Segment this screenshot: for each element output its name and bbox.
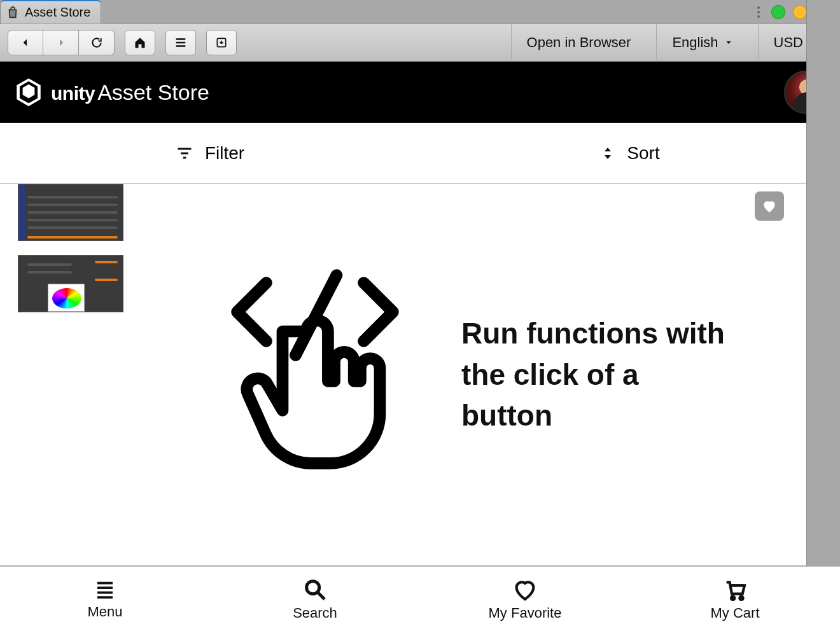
- window-minimize-button[interactable]: [771, 5, 785, 19]
- toolbar: Open in Browser English USD: [0, 24, 840, 62]
- download-box-icon: [215, 36, 228, 49]
- brand-unity-text: unity: [51, 83, 95, 104]
- hamburger-icon: [174, 36, 188, 50]
- preview-headline: Run functions with the click of a button: [461, 313, 729, 436]
- filter-label: Filter: [205, 143, 244, 163]
- tab-title: Asset Store: [25, 5, 90, 20]
- nav-favorite[interactable]: My Favorite: [420, 567, 630, 631]
- open-in-browser-label: Open in Browser: [527, 34, 631, 51]
- nav-forward-button[interactable]: [43, 30, 79, 55]
- svg-point-1: [307, 581, 319, 593]
- preview-area: Run functions with the click of a button: [127, 184, 840, 565]
- nav-search-label: Search: [293, 605, 337, 621]
- language-label: English: [672, 34, 718, 51]
- filter-button[interactable]: Filter: [0, 143, 420, 163]
- cart-icon: [722, 577, 748, 602]
- nav-back-button[interactable]: [8, 30, 43, 55]
- home-button[interactable]: [125, 30, 155, 55]
- window-maximize-button[interactable]: [793, 5, 807, 19]
- heart-outline-icon: [512, 577, 538, 602]
- arrow-right-icon: [56, 38, 66, 48]
- nav-favorite-label: My Favorite: [489, 605, 562, 621]
- nav-search[interactable]: Search: [210, 567, 420, 631]
- favorite-toggle[interactable]: [755, 191, 784, 221]
- thumbnail-strip: [0, 184, 127, 565]
- thumbnail-2[interactable]: [18, 255, 123, 312]
- titlebar: Asset Store: [0, 0, 840, 24]
- control-bar: Filter Sort: [0, 123, 840, 184]
- shopping-bag-icon: [6, 6, 20, 20]
- hamburger-button[interactable]: [165, 30, 196, 55]
- nav-menu-label: Menu: [87, 604, 122, 620]
- kebab-icon[interactable]: [757, 6, 760, 18]
- tab-asset-store[interactable]: Asset Store: [0, 0, 101, 24]
- sort-icon: [600, 144, 615, 162]
- download-button[interactable]: [206, 30, 237, 55]
- sort-button[interactable]: Sort: [420, 143, 840, 163]
- menu-icon: [94, 578, 116, 601]
- open-in-browser-button[interactable]: Open in Browser: [511, 24, 647, 62]
- store-header: unity Asset Store: [0, 62, 840, 123]
- sort-label: Sort: [627, 143, 659, 163]
- brand-asset-text: Asset Store: [97, 80, 209, 105]
- caret-down-icon: [725, 39, 732, 46]
- nav-cart[interactable]: My Cart: [630, 567, 840, 631]
- language-selector[interactable]: English: [656, 24, 747, 62]
- thumbnail-1[interactable]: [18, 184, 123, 241]
- currency-label: USD: [774, 34, 803, 51]
- main-content: Run functions with the click of a button: [0, 184, 840, 566]
- arrow-left-icon: [20, 38, 31, 48]
- reload-button[interactable]: [79, 30, 115, 55]
- svg-point-2: [731, 596, 734, 599]
- right-gutter: [806, 0, 840, 566]
- svg-point-3: [739, 596, 743, 599]
- home-icon: [134, 36, 146, 49]
- filter-icon: [176, 144, 193, 162]
- unity-logo-icon: [13, 76, 45, 108]
- nav-menu[interactable]: Menu: [0, 567, 210, 631]
- nav-cart-label: My Cart: [711, 605, 760, 621]
- code-click-icon: [207, 254, 423, 496]
- brand[interactable]: unity Asset Store: [13, 76, 209, 108]
- bottom-nav: Menu Search My Favorite My Cart: [0, 566, 840, 631]
- search-icon: [302, 577, 328, 602]
- heart-icon: [761, 198, 778, 214]
- refresh-icon: [90, 36, 103, 49]
